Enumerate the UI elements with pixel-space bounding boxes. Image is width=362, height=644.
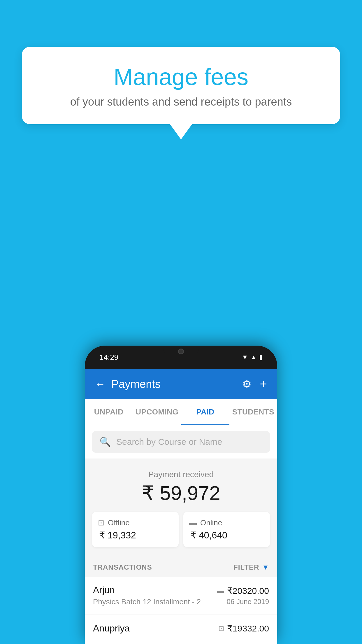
card-payment-icon: ▬ (217, 587, 224, 595)
wifi-icon: ▼ (242, 354, 248, 361)
phone-status-icons: ▼ ▲ ▮ (242, 354, 263, 361)
header-left: ← Payments (95, 378, 161, 391)
signal-icon: ▲ (250, 354, 257, 361)
transaction-date: 06 June 2019 (217, 598, 269, 606)
tooltip-title: Manage fees (42, 64, 320, 90)
transaction-amount-row: ▬ ₹20320.00 (217, 586, 269, 596)
tabs-container: UNPAID UPCOMING PAID STUDENTS (85, 399, 277, 425)
transaction-left: Arjun Physics Batch 12 Installment - 2 (93, 585, 217, 606)
online-icon: ▬ (189, 518, 197, 527)
offline-card-header: ⊡ Offline (98, 518, 173, 527)
tooltip-subtitle: of your students and send receipts to pa… (42, 96, 320, 108)
settings-icon[interactable]: ⚙ (242, 378, 252, 390)
transaction-name: Anupriya (93, 623, 218, 634)
phone-status-bar: 14:29 ▼ ▲ ▮ (85, 346, 277, 369)
filter-label: FILTER (233, 563, 259, 571)
transaction-right: ▬ ₹20320.00 06 June 2019 (217, 586, 269, 606)
transaction-name: Arjun (93, 585, 217, 596)
back-button[interactable]: ← (95, 378, 106, 390)
transaction-course: Physics Batch 12 Installment - 2 (93, 597, 217, 606)
payment-total-amount: ₹ 59,972 (92, 482, 270, 505)
online-amount: ₹ 40,640 (189, 530, 264, 541)
battery-icon: ▮ (259, 354, 263, 361)
phone-notch (164, 346, 198, 357)
payment-cards: ⊡ Offline ₹ 19,332 ▬ Online ₹ 40,640 (92, 512, 270, 547)
transaction-right: ⊡ ₹19332.00 (218, 623, 269, 635)
cash-payment-icon: ⊡ (218, 624, 224, 633)
transactions-label: TRANSACTIONS (93, 563, 152, 571)
transactions-list: Arjun Physics Batch 12 Installment - 2 ▬… (85, 577, 277, 644)
phone-frame: 14:29 ▼ ▲ ▮ ← Payments ⚙ + UNPAID (85, 346, 277, 644)
table-row[interactable]: Arjun Physics Batch 12 Installment - 2 ▬… (85, 577, 277, 615)
tooltip-card: Manage fees of your students and send re… (22, 47, 340, 124)
phone-camera (178, 349, 184, 354)
header-right: ⚙ + (242, 377, 267, 391)
tab-students[interactable]: STUDENTS (229, 399, 277, 425)
transaction-amount: ₹20320.00 (227, 586, 269, 596)
tab-paid[interactable]: PAID (181, 399, 229, 425)
offline-payment-card: ⊡ Offline ₹ 19,332 (92, 512, 179, 547)
app-header: ← Payments ⚙ + (85, 369, 277, 399)
offline-icon: ⊡ (98, 518, 104, 527)
transactions-header: TRANSACTIONS FILTER ▼ (85, 556, 277, 577)
transaction-left: Anupriya (93, 623, 218, 636)
search-icon: 🔍 (99, 436, 111, 447)
filter-container[interactable]: FILTER ▼ (233, 563, 269, 571)
offline-label: Offline (108, 518, 130, 527)
phone-time: 14:29 (99, 353, 118, 362)
tab-unpaid[interactable]: UNPAID (85, 399, 133, 425)
page-title: Payments (111, 378, 161, 391)
search-container: 🔍 Search by Course or Name (85, 425, 277, 459)
payment-received-label: Payment received (92, 470, 270, 479)
transaction-amount: ₹19332.00 (227, 623, 269, 634)
search-bar[interactable]: 🔍 Search by Course or Name (92, 431, 270, 453)
offline-amount: ₹ 19,332 (98, 530, 173, 541)
add-button[interactable]: + (260, 377, 267, 391)
search-input[interactable]: Search by Course or Name (116, 437, 222, 447)
online-label: Online (200, 518, 222, 527)
online-card-header: ▬ Online (189, 518, 264, 527)
app-screen: ← Payments ⚙ + UNPAID UPCOMING PAID STUD… (85, 369, 277, 644)
table-row[interactable]: Anupriya ⊡ ₹19332.00 (85, 615, 277, 644)
tab-upcoming[interactable]: UPCOMING (133, 399, 181, 425)
payment-summary: Payment received ₹ 59,972 ⊡ Offline ₹ 19… (85, 460, 277, 556)
online-payment-card: ▬ Online ₹ 40,640 (183, 512, 270, 547)
transaction-amount-row: ⊡ ₹19332.00 (218, 623, 269, 634)
filter-icon: ▼ (262, 563, 269, 571)
